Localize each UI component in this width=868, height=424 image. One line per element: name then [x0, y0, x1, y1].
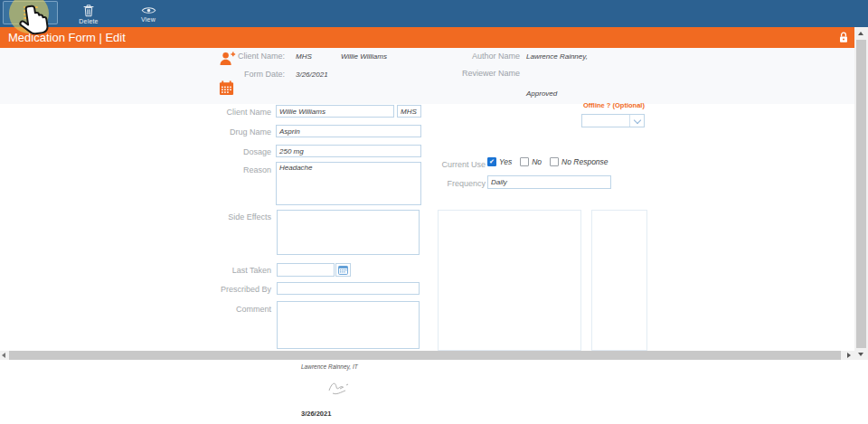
vertical-scrollbar[interactable]	[854, 27, 868, 360]
client-code-value: MHS	[296, 52, 312, 61]
form-date-label: Form Date:	[217, 70, 285, 79]
form-header-band: Client Name: MHS Willie Williams Form Da…	[0, 48, 854, 104]
field-label-prescribed-by: Prescribed By	[206, 285, 271, 294]
horizontal-scrollbar-thumb[interactable]	[9, 351, 841, 360]
lock-icon	[839, 32, 848, 43]
scroll-down-arrow[interactable]	[858, 353, 863, 356]
current-use-options: Yes No No Response	[487, 157, 617, 166]
empty-panel-large	[438, 210, 581, 351]
current-use-option-no[interactable]: No	[520, 157, 542, 166]
prescribed-by-input[interactable]	[277, 282, 420, 295]
checkbox-no-label: No	[532, 157, 542, 166]
scroll-right-arrow[interactable]	[847, 353, 851, 358]
dosage-input[interactable]	[276, 145, 421, 157]
checkbox-no-response[interactable]	[550, 157, 559, 166]
eye-icon	[141, 5, 156, 15]
client-name-input[interactable]	[276, 105, 394, 118]
author-name-value: Lawrence Rainney,	[526, 52, 588, 61]
field-label-side-effects: Side Effects	[206, 212, 271, 221]
form-lines-icon	[24, 6, 38, 19]
client-name-label: Client Name:	[217, 52, 285, 61]
side-effects-textarea[interactable]	[277, 210, 420, 255]
title-bar: Medication Form | Edit	[0, 27, 854, 48]
comment-textarea[interactable]	[277, 301, 420, 349]
medication-form-screen: Delete View Medication Form | Edit	[0, 0, 868, 424]
empty-panel-small	[591, 210, 647, 351]
author-name-label: Author Name	[432, 52, 520, 61]
toolbar: Delete View	[0, 0, 868, 27]
checkbox-yes[interactable]	[487, 157, 496, 166]
chevron-down-icon	[633, 116, 640, 123]
field-label-dosage: Dosage	[206, 147, 271, 156]
signed-by-text: Lawrence Rainney, IT	[301, 363, 358, 370]
field-label-last-taken: Last Taken	[206, 266, 271, 275]
current-use-option-no-response[interactable]: No Response	[550, 157, 609, 166]
field-label-frequency: Frequency	[411, 179, 486, 188]
field-label-client-name: Client Name	[206, 108, 271, 117]
calendar-icon	[219, 80, 234, 96]
view-button[interactable]: View	[125, 1, 172, 26]
reviewer-name-label: Reviewer Name	[432, 69, 520, 78]
checkbox-yes-label: Yes	[499, 157, 512, 166]
page-title: Medication Form | Edit	[8, 31, 126, 44]
vertical-scrollbar-thumb[interactable]	[856, 40, 866, 348]
offline-dropdown[interactable]	[581, 114, 645, 127]
last-taken-input[interactable]	[277, 263, 335, 277]
frequency-input[interactable]	[487, 175, 611, 189]
form-tool-button[interactable]	[3, 1, 58, 24]
field-label-drug-name: Drug Name	[206, 127, 271, 137]
form-date-value: 3/26/2021	[296, 71, 328, 79]
date-picker-calendar-icon	[338, 265, 348, 275]
signature-date: 3/26/2021	[301, 410, 331, 418]
checkbox-no[interactable]	[520, 157, 529, 166]
scroll-up-arrow[interactable]	[858, 32, 863, 35]
signature-scribble	[322, 380, 360, 400]
delete-button[interactable]: Delete	[65, 1, 112, 26]
horizontal-scrollbar[interactable]	[0, 351, 854, 360]
date-picker-button[interactable]	[335, 263, 351, 277]
reason-textarea[interactable]: Headache	[276, 162, 421, 205]
client-name-value: Willie Williams	[341, 52, 387, 61]
signature-footer: Lawrence Rainney, IT 3/26/2021	[0, 360, 868, 424]
delete-button-label: Delete	[79, 18, 98, 24]
drug-name-input[interactable]	[276, 125, 421, 137]
scroll-left-arrow[interactable]	[2, 353, 5, 358]
trash-icon	[82, 4, 95, 17]
form-body: Client Name Drug Name Dosage Reason Head…	[0, 104, 854, 351]
offline-optional-label: Offline ? (Optional)	[583, 101, 645, 109]
client-code-input[interactable]	[397, 105, 421, 118]
current-use-option-yes[interactable]: Yes	[487, 157, 512, 166]
field-label-reason: Reason	[206, 165, 271, 174]
checkbox-no-response-label: No Response	[561, 157, 609, 166]
field-label-current-use: Current Use	[411, 160, 486, 169]
status-approved: Approved	[526, 90, 557, 98]
view-button-label: View	[141, 16, 156, 23]
dropdown-arrow-button[interactable]	[629, 115, 644, 127]
field-label-comment: Comment	[206, 305, 271, 314]
